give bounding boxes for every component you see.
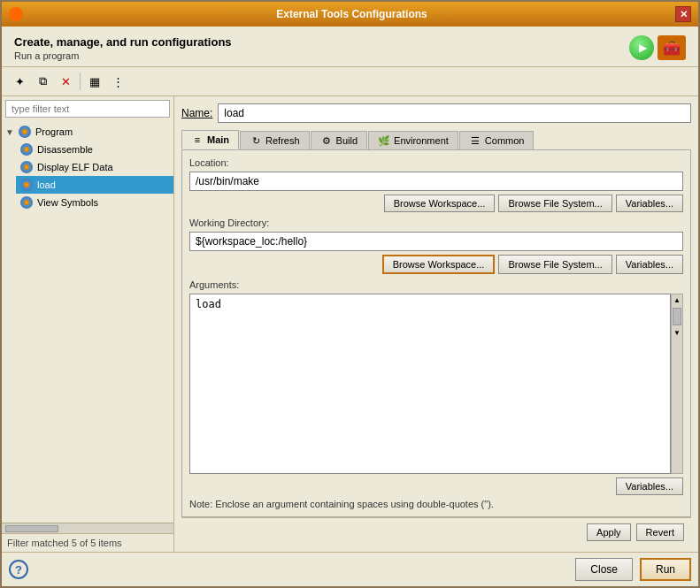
name-input[interactable] (218, 103, 691, 123)
variables-3-button[interactable]: Variables... (616, 477, 683, 495)
refresh-tab-icon: ↻ (250, 134, 262, 147)
apply-revert-row: Apply Revert (181, 517, 691, 545)
scroll-down-arrow[interactable]: ▼ (673, 327, 681, 339)
header-heading: Create, manage, and run configurations (14, 35, 232, 49)
tabs: ≡ Main ↻ Refresh ⚙ Build 🌿 Environment ☰ (181, 130, 691, 149)
build-tab-icon: ⚙ (320, 134, 333, 147)
program-icon (18, 125, 32, 139)
browse-workspace-1-button[interactable]: Browse Workspace... (384, 195, 496, 212)
browse-filesystem-1-button[interactable]: Browse File System... (498, 195, 612, 212)
close-button[interactable]: Close (575, 558, 633, 581)
new-config-button[interactable]: ✦ (9, 71, 30, 92)
disassemble-label: Disassemble (37, 144, 93, 155)
revert-button[interactable]: Revert (636, 523, 684, 541)
tree-root[interactable]: ▼ Program (2, 123, 173, 141)
view-symbols-label: View Symbols (37, 197, 98, 208)
toolbox-icon: 🧰 (658, 35, 686, 60)
browse-filesystem-2-button[interactable]: Browse File System... (498, 255, 612, 274)
common-tab-label: Common (485, 135, 525, 146)
arguments-buttons: Variables... (189, 477, 683, 495)
header-subtext: Run a program (14, 50, 232, 61)
working-dir-buttons: Browse Workspace... Browse File System..… (189, 255, 683, 274)
tree-children: Disassemble Display ELF Data load (2, 141, 173, 211)
load-icon (19, 178, 34, 192)
footer: ? Close Run (2, 552, 698, 586)
delete-config-button[interactable]: ✕ (55, 71, 76, 92)
build-tab-label: Build (336, 135, 358, 146)
note-text: Note: Enclose an argument containing spa… (189, 499, 683, 509)
tree-item-view-symbols[interactable]: View Symbols (16, 194, 173, 211)
arguments-group: Arguments: ▲ ▼ Variables... Note: Enclos… (189, 279, 683, 509)
footer-buttons: Close Run (575, 558, 691, 581)
run-icon (629, 35, 654, 60)
scroll-thumb (5, 525, 58, 532)
tab-main[interactable]: ≡ Main (181, 130, 239, 149)
title-bar: External Tools Configurations ✕ (2, 2, 698, 27)
environment-tab-label: Environment (394, 135, 449, 146)
variables-1-button[interactable]: Variables... (616, 195, 683, 212)
apply-button[interactable]: Apply (587, 523, 631, 541)
arguments-label: Arguments: (189, 279, 683, 290)
help-button[interactable]: ? (9, 560, 28, 579)
arguments-textarea[interactable] (189, 294, 671, 474)
sidebar-scrollbar[interactable] (2, 523, 173, 533)
tab-refresh[interactable]: ↻ Refresh (240, 131, 310, 149)
arguments-wrapper: ▲ ▼ (189, 294, 683, 474)
main-tab-label: Main (207, 134, 229, 145)
location-label: Location: (189, 157, 683, 168)
working-dir-group: Working Directory: Browse Workspace... B… (189, 218, 683, 274)
name-row: Name: (181, 103, 691, 123)
load-label: load (37, 179, 56, 190)
refresh-tab-label: Refresh (265, 135, 300, 146)
tree-root-label: Program (35, 126, 73, 137)
menu-button[interactable]: ⋮ (107, 71, 128, 92)
sidebar: ▼ Program Disassemble (2, 96, 174, 552)
scroll-thumb (673, 308, 681, 325)
header-icons: 🧰 (629, 35, 686, 60)
location-input[interactable] (189, 172, 683, 191)
filter-input[interactable] (5, 100, 170, 118)
main-window: External Tools Configurations ✕ Create, … (0, 0, 700, 588)
tab-build[interactable]: ⚙ Build (311, 131, 367, 149)
tree-view: ▼ Program Disassemble (2, 121, 173, 523)
run-button[interactable]: Run (640, 558, 691, 581)
right-panel: Name: ≡ Main ↻ Refresh ⚙ Build 🌿 (174, 96, 698, 552)
header-text: Create, manage, and run configurations R… (14, 35, 232, 61)
disassemble-icon (19, 142, 34, 157)
name-label: Name: (181, 107, 212, 119)
main-content: ▼ Program Disassemble (2, 96, 698, 552)
location-group: Location: Browse Workspace... Browse Fil… (189, 157, 683, 212)
tab-common[interactable]: ☰ Common (459, 131, 535, 149)
tree-item-disassemble[interactable]: Disassemble (16, 141, 173, 158)
display-elf-icon (19, 160, 34, 174)
view-symbols-icon (19, 195, 34, 210)
tab-content: Location: Browse Workspace... Browse Fil… (181, 149, 691, 517)
header-section: Create, manage, and run configurations R… (2, 27, 698, 67)
close-button[interactable]: ✕ (675, 6, 691, 22)
args-scrollbar[interactable]: ▲ ▼ (671, 294, 683, 474)
tab-environment[interactable]: 🌿 Environment (368, 131, 458, 149)
tree-item-display-elf[interactable]: Display ELF Data (16, 158, 173, 176)
common-tab-icon: ☰ (469, 134, 481, 147)
tree-item-load[interactable]: load (16, 176, 173, 194)
expand-icon: ▼ (5, 127, 14, 137)
working-dir-input[interactable] (189, 232, 683, 251)
scroll-up-arrow[interactable]: ▲ (673, 294, 681, 306)
display-elf-label: Display ELF Data (37, 162, 113, 172)
location-buttons: Browse Workspace... Browse File System..… (189, 195, 683, 212)
toolbar: ✦ ⧉ ✕ ▦ ⋮ (2, 67, 698, 96)
main-tab-icon: ≡ (191, 134, 204, 146)
env-tab-icon: 🌿 (378, 134, 390, 147)
working-dir-label: Working Directory: (189, 218, 683, 228)
copy-config-button[interactable]: ⧉ (32, 71, 53, 92)
filter-button[interactable]: ▦ (84, 71, 105, 92)
variables-2-button[interactable]: Variables... (616, 255, 683, 274)
title-bar-icon (9, 7, 23, 21)
browse-workspace-2-button[interactable]: Browse Workspace... (382, 255, 496, 274)
window-title: External Tools Configurations (28, 8, 675, 20)
toolbar-separator (80, 73, 81, 90)
sidebar-status: Filter matched 5 of 5 items (2, 533, 173, 552)
